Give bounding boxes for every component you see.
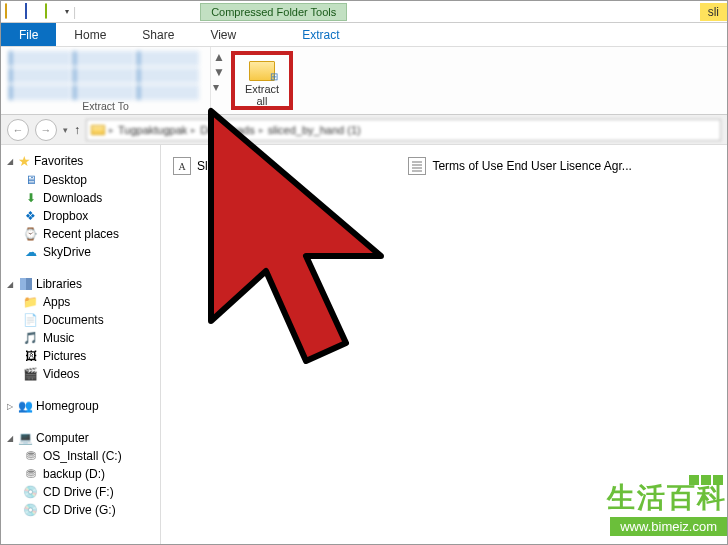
sidebar-item-videos[interactable]: 🎬Videos <box>5 365 156 383</box>
extract-all-label: Extract all <box>245 83 279 107</box>
sidebar-item-label: Dropbox <box>43 209 88 223</box>
dropbox-icon: ❖ <box>23 209 38 223</box>
sidebar-group-favorites: ◢ ★ Favorites 🖥Desktop ⬇Downloads ❖Dropb… <box>5 151 156 261</box>
text-file-icon <box>408 157 426 175</box>
sidebar-item-desktop[interactable]: 🖥Desktop <box>5 171 156 189</box>
pictures-icon: 🖼 <box>23 349 38 363</box>
forward-button[interactable]: → <box>35 119 57 141</box>
sidebar-item-downloads[interactable]: ⬇Downloads <box>5 189 156 207</box>
chevron-right-icon: ▸ <box>259 125 264 135</box>
sidebar-item-label: Apps <box>43 295 70 309</box>
drive-icon: ⛃ <box>23 449 38 463</box>
gallery-scroll[interactable]: ▲ ▼ ▾ <box>211 47 227 114</box>
sidebar-label: Libraries <box>36 277 82 291</box>
file-item-text[interactable]: Terms of Use End User Lisence Agr... <box>406 155 633 177</box>
sidebar-item-label: Videos <box>43 367 79 381</box>
breadcrumb[interactable]: ▸ Tugpaktugpak ▸ Downloads ▸ sliced_by_h… <box>86 119 721 141</box>
tab-view[interactable]: View <box>192 23 254 46</box>
sidebar-item-label: CD Drive (F:) <box>43 485 114 499</box>
expand-icon[interactable]: ▷ <box>7 402 15 411</box>
sidebar-item-pictures[interactable]: 🖼Pictures <box>5 347 156 365</box>
sidebar-head-libraries[interactable]: ◢ Libraries <box>5 275 156 293</box>
sidebar-item-label: CD Drive (G:) <box>43 503 116 517</box>
tab-file[interactable]: File <box>1 23 56 46</box>
scroll-more-icon[interactable]: ▾ <box>213 80 225 94</box>
sidebar-item-drive-d[interactable]: ⛃backup (D:) <box>5 465 156 483</box>
back-button[interactable]: ← <box>7 119 29 141</box>
extract-all-button[interactable]: Extract all <box>237 57 287 111</box>
tab-extract[interactable]: Extract <box>284 23 357 46</box>
sidebar-item-drive-f[interactable]: 💿CD Drive (F:) <box>5 483 156 501</box>
watermark-decor <box>663 474 723 486</box>
collapse-icon[interactable]: ◢ <box>7 434 15 443</box>
save-icon[interactable] <box>25 4 41 20</box>
sidebar-item-label: SkyDrive <box>43 245 91 259</box>
sidebar-group-libraries: ◢ Libraries 📁Apps 📄Documents 🎵Music 🖼Pic… <box>5 275 156 383</box>
title-bar: ▾ | Compressed Folder Tools sli <box>1 1 727 23</box>
libraries-icon <box>18 277 33 291</box>
watermark: 生活百科 www.bimeiz.com <box>607 479 727 536</box>
extract-all-icon <box>249 61 275 81</box>
sidebar-item-label: Pictures <box>43 349 86 363</box>
watermark-url: www.bimeiz.com <box>610 517 727 536</box>
sidebar-item-label: Downloads <box>43 191 102 205</box>
folder-icon[interactable] <box>5 4 21 20</box>
properties-icon[interactable] <box>45 4 61 20</box>
scroll-up-icon[interactable]: ▲ <box>213 50 225 64</box>
sidebar-head-favorites[interactable]: ◢ ★ Favorites <box>5 151 156 171</box>
breadcrumb-segment[interactable]: Tugpaktugpak <box>118 124 187 136</box>
file-item-font[interactable]: A Sliced by Ha <box>171 155 266 177</box>
file-name: Terms of Use End User Lisence Agr... <box>432 159 631 173</box>
contextual-tab-label: Compressed Folder Tools <box>200 3 347 21</box>
recent-icon: ⌚ <box>23 227 38 241</box>
tab-share[interactable]: Share <box>124 23 192 46</box>
sidebar-head-homegroup[interactable]: ▷ 👥 Homegroup <box>5 397 156 415</box>
sidebar-group-computer: ◢ 💻 Computer ⛃OS_Install (C:) ⛃backup (D… <box>5 429 156 519</box>
tab-home[interactable]: Home <box>56 23 124 46</box>
sidebar-item-recent[interactable]: ⌚Recent places <box>5 225 156 243</box>
drive-icon: ⛃ <box>23 467 38 481</box>
sidebar-item-apps[interactable]: 📁Apps <box>5 293 156 311</box>
ribbon-group-extract-to: Extract To <box>1 47 211 114</box>
ribbon-tabs: File Home Share View Extract <box>1 23 727 47</box>
sidebar-item-drive-g[interactable]: 💿CD Drive (G:) <box>5 501 156 519</box>
history-dropdown-icon[interactable]: ▾ <box>63 125 68 135</box>
sidebar-item-drive-c[interactable]: ⛃OS_Install (C:) <box>5 447 156 465</box>
collapse-icon[interactable]: ◢ <box>7 280 15 289</box>
breadcrumb-segment[interactable]: sliced_by_hand (1) <box>268 124 361 136</box>
sidebar-item-dropbox[interactable]: ❖Dropbox <box>5 207 156 225</box>
folder-icon: 📁 <box>23 295 38 309</box>
videos-icon: 🎬 <box>23 367 38 381</box>
sidebar-item-music[interactable]: 🎵Music <box>5 329 156 347</box>
homegroup-icon: 👥 <box>18 399 33 413</box>
sidebar-item-documents[interactable]: 📄Documents <box>5 311 156 329</box>
star-icon: ★ <box>18 153 31 169</box>
breadcrumb-segment[interactable]: Downloads <box>200 124 254 136</box>
sidebar-item-label: backup (D:) <box>43 467 105 481</box>
sidebar-item-skydrive[interactable]: ☁SkyDrive <box>5 243 156 261</box>
folder-icon <box>91 125 105 135</box>
sidebar-item-label: OS_Install (C:) <box>43 449 122 463</box>
disc-icon: 💿 <box>23 485 38 499</box>
sidebar-label: Homegroup <box>36 399 99 413</box>
navigation-pane: ◢ ★ Favorites 🖥Desktop ⬇Downloads ❖Dropb… <box>1 145 161 544</box>
cloud-icon: ☁ <box>23 245 38 259</box>
sidebar-item-label: Recent places <box>43 227 119 241</box>
documents-icon: 📄 <box>23 313 38 327</box>
download-icon: ⬇ <box>23 191 38 205</box>
ribbon: Extract To ▲ ▼ ▾ Extract all <box>1 47 727 115</box>
sidebar-item-label: Desktop <box>43 173 87 187</box>
dropdown-icon[interactable]: ▾ <box>65 7 69 16</box>
music-icon: 🎵 <box>23 331 38 345</box>
extract-destinations-gallery[interactable] <box>9 51 202 100</box>
sidebar-label: Favorites <box>34 154 83 168</box>
extract-all-highlight: Extract all <box>231 51 293 110</box>
ribbon-group-label: Extract To <box>9 100 202 112</box>
collapse-icon[interactable]: ◢ <box>7 157 15 166</box>
up-button[interactable]: ↑ <box>74 123 80 137</box>
font-file-icon: A <box>173 157 191 175</box>
file-name: Sliced by Ha <box>197 159 264 173</box>
sidebar-group-homegroup: ▷ 👥 Homegroup <box>5 397 156 415</box>
sidebar-head-computer[interactable]: ◢ 💻 Computer <box>5 429 156 447</box>
scroll-down-icon[interactable]: ▼ <box>213 65 225 79</box>
